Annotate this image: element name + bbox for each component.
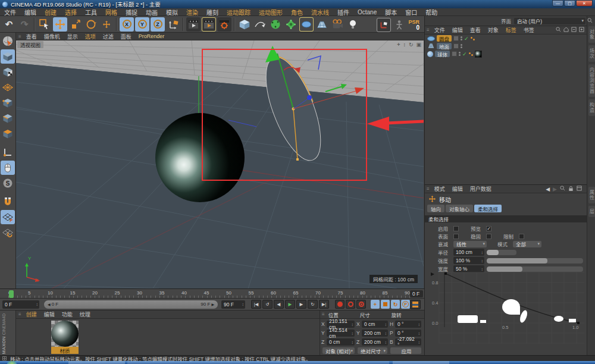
tab-soft-selection[interactable]: 柔和选择 <box>474 205 502 212</box>
character-tool-icon[interactable] <box>392 18 406 32</box>
tab-object-axis[interactable]: 对象轴心 <box>446 205 473 212</box>
windows-taskbar[interactable] <box>0 361 595 364</box>
add-light-button[interactable] <box>346 17 360 32</box>
model-mode-button[interactable] <box>1 49 15 64</box>
viewport-menu-item[interactable]: 过滤 <box>99 33 117 40</box>
menu-item[interactable]: 工具 <box>81 8 101 17</box>
viewport-menu-item[interactable]: 查看 <box>23 33 40 40</box>
add-spline-pen-button[interactable] <box>253 17 267 32</box>
viewport-rotate-icon[interactable]: ↻ <box>409 42 414 48</box>
menu-item[interactable]: 动画 <box>142 8 162 17</box>
om-burger-icon[interactable]: ≡ <box>427 27 430 33</box>
menu-item[interactable]: 运动跟踪 <box>223 8 255 17</box>
menu-item[interactable]: 脚本 <box>381 8 401 17</box>
surface-checkbox[interactable] <box>453 234 459 239</box>
material-name-label[interactable]: 材质 <box>51 347 79 354</box>
workplane-axis-icon[interactable] <box>377 18 391 32</box>
live-selection-tool[interactable] <box>37 17 52 32</box>
om-menu-item[interactable]: 文件 <box>431 26 449 34</box>
menu-item[interactable]: 创建 <box>40 8 61 17</box>
add-cube-primitive-button[interactable] <box>237 17 252 32</box>
disc-enabled-check[interactable]: ✓ <box>464 36 469 42</box>
playback-button[interactable]: |◀ <box>251 300 261 309</box>
taskbar-button[interactable] <box>393 361 449 364</box>
add-subdivision-surface-button[interactable] <box>268 17 283 32</box>
restrict-checkbox[interactable] <box>519 234 524 239</box>
object-row-sphere[interactable]: 球体 ✓ <box>425 50 587 58</box>
am-menu-item[interactable]: 用户数据 <box>466 185 495 193</box>
material-menu-item[interactable]: 编辑 <box>40 310 58 318</box>
panel-search-icon[interactable] <box>587 18 595 24</box>
texture-mode-button[interactable] <box>1 65 15 79</box>
om-menu-item[interactable]: 书签 <box>520 26 538 34</box>
side-tab[interactable]: 内容浏览器 <box>588 64 595 97</box>
menu-item[interactable]: 窗口 <box>401 8 421 17</box>
undo-button[interactable]: ↶ <box>2 17 16 32</box>
taskbar-button[interactable] <box>127 361 389 364</box>
floor-object-icon[interactable] <box>427 43 435 50</box>
redo-button[interactable]: ↷ <box>17 17 32 32</box>
side-tab[interactable]: 对象 <box>588 26 595 43</box>
radius-field[interactable]: 100 cm↕ <box>453 249 484 256</box>
side-tab[interactable]: 构造 <box>588 99 595 116</box>
timeline-mode-icon[interactable] <box>410 300 421 309</box>
lock-x-axis-button[interactable]: X <box>120 17 134 32</box>
viewport-zoom-icon[interactable]: ↕ <box>403 42 406 48</box>
timeline-playhead[interactable] <box>9 290 14 298</box>
apply-button[interactable]: 应用 <box>390 347 421 354</box>
menu-item[interactable]: 插件 <box>333 8 353 17</box>
frame-range-slider[interactable]: ◀0 F 90 F▶ <box>44 300 218 309</box>
rotate-tool[interactable] <box>84 17 98 32</box>
disc-layer-tag[interactable] <box>453 36 459 41</box>
floor-visibility-dots[interactable] <box>461 44 462 48</box>
floor-object-name[interactable]: 地面 <box>437 43 452 49</box>
range-right-arrow-icon[interactable]: ▶ <box>211 302 214 306</box>
om-menu-item[interactable]: 编辑 <box>449 26 466 34</box>
timeline-ruler[interactable]: 051015202530354045505560657075808590 0 F <box>0 288 424 299</box>
stable-checkbox[interactable] <box>486 234 491 239</box>
radius-slider[interactable] <box>487 250 516 255</box>
menu-item[interactable]: 编辑 <box>20 8 40 17</box>
scale-tool[interactable] <box>68 17 83 32</box>
om-menu-item[interactable]: 标签 <box>502 26 520 34</box>
enable-snap-magnet-button[interactable] <box>1 194 15 209</box>
move-tool[interactable] <box>53 17 67 32</box>
render-settings-button[interactable] <box>217 17 231 32</box>
disc-object-icon[interactable] <box>427 36 435 41</box>
am-history-forward-icon[interactable]: ▶ <box>553 186 557 192</box>
key-position-toggle[interactable]: + <box>371 300 380 309</box>
pos-z-field[interactable]: 0 cm↕ <box>327 338 355 346</box>
maximize-button[interactable]: ▢ <box>564 0 575 7</box>
sphere-object-icon[interactable] <box>427 51 433 57</box>
playback-button[interactable]: ▶ <box>285 300 295 309</box>
autokey-button[interactable] <box>346 300 355 309</box>
workplane-snap-button[interactable]: P <box>1 210 15 224</box>
viewport-menu-item[interactable]: 面板 <box>117 33 135 40</box>
gizmo-orange-endpoint[interactable] <box>296 158 299 161</box>
taskbar-button[interactable] <box>68 361 125 364</box>
strength-field[interactable]: 100 %↕ <box>453 257 484 264</box>
gizmo-blue-handle[interactable] <box>307 95 312 100</box>
material-menu-item[interactable]: 纹理 <box>76 310 94 318</box>
record-keyframe-button[interactable] <box>335 300 345 309</box>
menu-item[interactable]: 帮助 <box>421 8 441 17</box>
keyframe-selection-button[interactable] <box>356 300 366 309</box>
add-deformer-button[interactable] <box>284 17 298 32</box>
size-mode-dropdown[interactable]: 绝对尺寸▾ <box>358 347 387 354</box>
key-parameter-toggle[interactable]: P <box>401 300 410 309</box>
preview-checkbox[interactable]: ✓ <box>486 226 491 231</box>
sphere-object[interactable] <box>155 113 245 202</box>
end-frame-field[interactable]: 90 F↕ <box>221 300 245 309</box>
viewport-pan-icon[interactable]: + <box>397 42 400 48</box>
om-expand-icon[interactable] <box>579 27 584 33</box>
menu-item[interactable]: 流水线 <box>307 8 333 17</box>
material-swatch[interactable] <box>51 321 79 347</box>
am-lock-icon[interactable] <box>568 186 574 193</box>
snap-grid-button[interactable] <box>1 225 15 240</box>
soft-selection-section-header[interactable]: 柔和选择 <box>425 215 587 222</box>
tab-axis[interactable]: 轴向 <box>427 205 444 212</box>
viewport-menu-item[interactable]: 选项 <box>82 33 99 40</box>
sphere-visibility-dots[interactable] <box>459 52 461 56</box>
interface-dropdown[interactable]: 启动 (用户)▾ <box>514 18 585 24</box>
am-dock-icon[interactable] <box>577 186 582 192</box>
